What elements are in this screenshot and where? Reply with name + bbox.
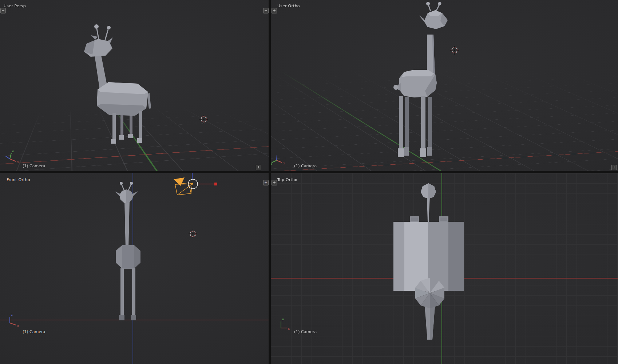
svg-text:y: y: [12, 149, 14, 153]
translate-manipulator[interactable]: [188, 173, 217, 189]
axis-gizmo-icon: x y: [5, 149, 19, 164]
svg-text:y: y: [271, 161, 273, 165]
expand-region-icon[interactable]: +: [272, 8, 277, 13]
axis-gizmo-icon: y x: [281, 317, 290, 331]
giraffe-model[interactable]: [84, 24, 151, 144]
viewport-scene: x z: [0, 173, 269, 364]
viewport-label: Top Ortho: [277, 177, 297, 182]
expand-region-icon[interactable]: +: [611, 165, 617, 170]
object-origin-dot: [191, 183, 193, 184]
giraffe-neck: [124, 201, 130, 248]
svg-text:x: x: [283, 161, 285, 165]
viewport-label: User Ortho: [277, 4, 300, 8]
viewport-label: Front Ortho: [7, 177, 30, 182]
expand-region-icon[interactable]: +: [256, 165, 261, 170]
viewport-scene: y x: [271, 173, 618, 364]
blender-quad-view: x y User Persp (1) Camera + + +: [0, 0, 618, 364]
expand-region-icon[interactable]: +: [263, 180, 269, 185]
expand-region-icon[interactable]: +: [263, 8, 269, 13]
giraffe-body: [393, 222, 404, 291]
svg-text:x: x: [288, 327, 290, 331]
viewport-scene: y x: [271, 0, 618, 171]
viewport-front-ortho[interactable]: x z Front Ortho (1) Camera +: [0, 173, 269, 364]
giraffe-tail: [393, 85, 399, 90]
camera-label: (1) Camera: [294, 329, 317, 334]
svg-text:y: y: [282, 317, 284, 321]
svg-text:x: x: [17, 324, 19, 328]
3d-cursor-icon[interactable]: [199, 115, 208, 124]
giraffe-tail: [427, 196, 430, 222]
giraffe-model[interactable]: [115, 182, 140, 320]
3d-cursor-icon[interactable]: [189, 229, 197, 238]
svg-text:z: z: [11, 313, 13, 316]
viewport-label: User Persp: [4, 4, 26, 8]
giraffe-model[interactable]: [393, 2, 448, 157]
camera-label: (1) Camera: [23, 329, 45, 334]
viewport-user-ortho[interactable]: y x User Ortho (1) Camera + +: [271, 0, 618, 171]
giraffe-head: [415, 278, 444, 308]
viewport-scene: x y: [0, 0, 269, 171]
camera-label: (1) Camera: [294, 164, 317, 168]
giraffe-model[interactable]: [393, 183, 464, 340]
viewport-user-persp[interactable]: x y User Persp (1) Camera + + +: [0, 0, 269, 171]
viewport-top-ortho[interactable]: y x Top Ortho (1) Camera +: [271, 173, 618, 364]
camera-object-selected[interactable]: [174, 177, 192, 195]
svg-text:x: x: [17, 160, 19, 164]
expand-region-icon[interactable]: +: [272, 180, 277, 185]
3d-cursor-icon[interactable]: [450, 46, 459, 55]
axis-gizmo-icon: y x: [271, 155, 285, 165]
camera-label: (1) Camera: [23, 164, 45, 168]
expand-region-icon[interactable]: +: [0, 8, 6, 13]
